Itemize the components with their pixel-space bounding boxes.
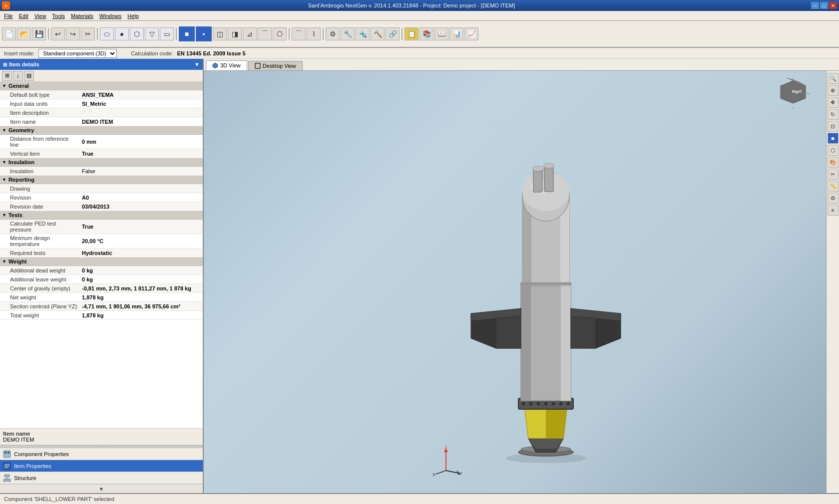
right-btn-clip[interactable]: ✂ [828,169,839,180]
toolbar-new[interactable]: 📄 [2,27,16,40]
toolbar-chart[interactable]: 📊 [449,27,463,40]
toolbar-component-2[interactable]: ▪ [196,26,212,41]
group-weight[interactable]: ▼ Weight [0,257,203,266]
toolbar-shape-ellipse[interactable]: ⬭ [100,27,114,40]
view-tab-3d[interactable]: 3D View [206,60,247,70]
group-general-label: General [8,83,29,89]
right-btn-zoom-in[interactable]: 🔍 [828,73,839,84]
right-btn-shading[interactable]: ■ [828,133,839,144]
toolbar-component-6[interactable]: ⌒ [258,27,272,40]
panel-collapse-btn[interactable]: ▼ [194,61,200,67]
right-btn-rotate[interactable]: ↻ [828,109,839,120]
right-btn-wireframe[interactable]: ⬡ [828,145,839,156]
toolbar-calc-4[interactable]: 🔨 [371,27,385,40]
prop-add-leave-weight: Additional leave weight 0 kg [0,275,203,284]
toolbar-book[interactable]: 📚 [420,27,433,40]
right-btn-settings[interactable]: ⚙ [828,193,839,204]
panel-toolbar: ⊞ ↕ ▤ [0,70,203,82]
viewport[interactable]: ▲ ▼ ◀ ▶ RIghT [204,71,826,493]
status-bar: Component 'SHELL_LOWER PART' selected [0,493,839,504]
toolbar-component-4[interactable]: ◨ [228,27,242,40]
restore-button[interactable]: □ [820,2,828,9]
minimize-button[interactable]: ─ [811,2,819,9]
group-reporting[interactable]: ▼ Reporting [0,176,203,184]
toolbar-component-5[interactable]: ⊿ [243,27,257,40]
view-cube[interactable]: ▲ ▼ ◀ ▶ RIghT [778,76,808,106]
prop-label-cog-empty: Center of gravity (empty) [0,284,80,292]
toolbar-component-3[interactable]: ◫ [213,27,227,40]
right-toolbar: 🔍 ⊕ ✥ ↻ ⊡ ■ ⬡ 🎨 ✂ 📏 ⚙ ≡ [826,71,839,493]
toolbar-shape-cylinder[interactable]: ⬡ [130,27,144,40]
toolbar-graph[interactable]: 📈 [464,27,478,40]
prop-value-item-name: DEMO ITEM [80,118,203,126]
toolbar-calc-3[interactable]: 🔩 [356,27,370,40]
group-geometry[interactable]: ▼ Geometry [0,126,203,135]
close-button[interactable]: ✕ [829,2,837,9]
group-tests[interactable]: ▼ Tests [0,211,203,220]
view-tab-desktop[interactable]: Desktop View [248,61,303,70]
prop-value-req-tests: Hydrostatic [80,249,203,257]
toolbar-link[interactable]: 🔗 [386,27,400,40]
toolbar-open[interactable]: 📂 [17,27,31,40]
toolbar-report[interactable]: 📋 [405,27,419,40]
right-btn-more[interactable]: ≡ [828,205,839,216]
arrow-insulation: ▼ [2,160,6,165]
panel-view-btn[interactable]: ▤ [24,71,34,81]
menu-windows[interactable]: Windows [96,12,125,19]
prop-value-input-units: SI_Metric [80,100,203,108]
main-area: ⊞ Item details ▼ ⊞ ↕ ▤ ▼ General Default… [0,59,839,493]
toolbar-cut[interactable]: ✂ [81,27,95,40]
window-controls: ─ □ ✕ [811,2,837,9]
calc-code-label: Calculation code: [131,50,173,56]
toolbar-shape-cone[interactable]: ▽ [145,27,159,40]
menu-view[interactable]: View [31,12,49,19]
toolbar-component-1[interactable]: ■ [179,26,195,41]
panel-sort-alpha-btn[interactable]: ↕ [13,71,23,81]
svg-point-35 [559,402,562,405]
separator-2 [97,28,98,40]
svg-marker-25 [528,438,563,449]
toolbar-shape-sphere[interactable]: ● [115,27,129,40]
panel-sort-btn[interactable]: ⊞ [2,71,12,81]
insert-mode-select[interactable]: Standard component (3D) [38,49,117,58]
right-btn-zoom-window[interactable]: ⊕ [828,85,839,96]
right-btn-render[interactable]: 🎨 [828,157,839,168]
toolbar-calc-2[interactable]: 🔧 [341,27,355,40]
panel-scroll-down[interactable]: ▼ [99,486,104,492]
prop-label-input-units: Input data units [0,100,80,108]
group-tests-label: Tests [8,212,22,218]
toolbar-pipe-2[interactable]: ⌇ [307,27,321,40]
toolbar-pipe-1[interactable]: ⌒ [292,27,306,40]
toolbar-undo[interactable]: ↩ [51,27,65,40]
menu-help[interactable]: Help [124,12,142,19]
tab-structure[interactable]: Structure [0,472,203,484]
svg-rect-8 [3,479,6,482]
prop-value-default-bolt-type: ANSI_TEMA [80,91,203,99]
tab-component-properties[interactable]: Component Properties [0,448,203,460]
toolbar-save[interactable]: 💾 [32,27,46,40]
insert-mode-label: Insert mode: [4,50,34,56]
item-name-value: DEMO ITEM [3,437,200,443]
right-btn-pan[interactable]: ✥ [828,97,839,108]
toolbar-calc-1[interactable]: ⚙ [326,27,340,40]
view-tabs: 3D View Desktop View [204,59,839,71]
menu-materials[interactable]: Materials [68,12,96,19]
group-insulation[interactable]: ▼ Insulation [0,158,203,167]
menu-tools[interactable]: Tools [49,12,68,19]
toolbar-shape-rect[interactable]: ▭ [160,27,174,40]
toolbar-book2[interactable]: 📖 [434,27,448,40]
properties-tree: ▼ General Default bolt type ANSI_TEMA In… [0,82,203,428]
right-btn-fit[interactable]: ⊡ [828,121,839,132]
group-general[interactable]: ▼ General [0,82,203,90]
toolbar-redo[interactable]: ↪ [66,27,80,40]
prop-label-total-weight: Total weight [0,311,80,319]
menu-file[interactable]: File [1,12,16,19]
view-area: 3D View Desktop View ▲ ▼ ◀ ▶ [204,59,839,493]
toolbar-component-7[interactable]: ⎔ [273,27,287,40]
prop-section-centroid: Section centroid (Plane YZ) -4,71 mm, 1 … [0,302,203,311]
right-btn-measure[interactable]: 📏 [828,181,839,192]
3d-model [441,129,651,469]
tab-item-properties[interactable]: Item Properties [0,460,203,472]
bottom-tabs-panel: Component Properties Item Properties Str… [0,448,203,484]
menu-edit[interactable]: Edit [16,12,31,19]
